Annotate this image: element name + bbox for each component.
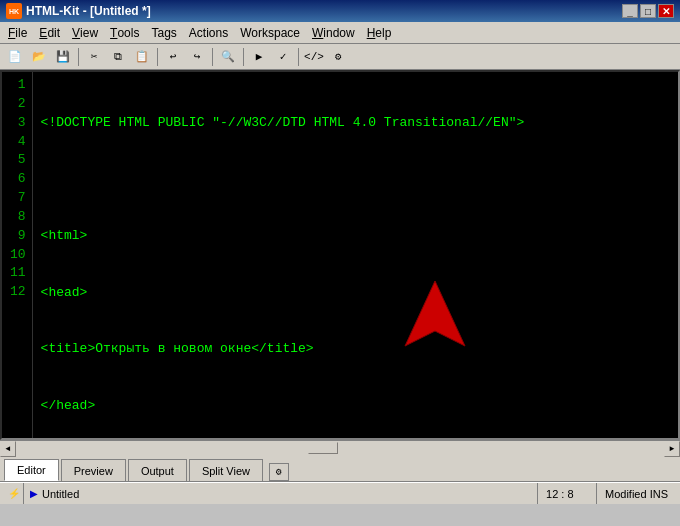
line-numbers: 1 2 3 4 5 6 7 8 9 10 11 12	[2, 72, 33, 438]
file-status-icon: ▶	[30, 488, 38, 499]
code-line-4: <head>	[41, 284, 670, 303]
toolbar-separator-5	[298, 48, 299, 66]
toolbar-btn-preview[interactable]: ▶	[248, 46, 270, 68]
code-line-6: </head>	[41, 397, 670, 416]
code-editor[interactable]: <!DOCTYPE HTML PUBLIC "-//W3C//DTD HTML …	[33, 72, 678, 438]
line-num-5: 5	[10, 151, 26, 170]
scroll-left-button[interactable]: ◄	[0, 441, 16, 457]
line-num-12: 12	[10, 283, 26, 302]
code-line-2	[41, 170, 670, 189]
horizontal-scrollbar[interactable]: ◄ ►	[0, 440, 680, 456]
title-bar-controls: _ □ ✕	[622, 4, 674, 18]
code-line-1: <!DOCTYPE HTML PUBLIC "-//W3C//DTD HTML …	[41, 114, 670, 133]
window-title: HTML-Kit - [Untitled *]	[26, 4, 151, 18]
title-bar: HK HTML-Kit - [Untitled *] _ □ ✕	[0, 0, 680, 22]
scroll-right-button[interactable]: ►	[664, 441, 680, 457]
code-line-3: <html>	[41, 227, 670, 246]
line-num-6: 6	[10, 170, 26, 189]
menu-file[interactable]: File	[2, 22, 33, 43]
toolbar-separator-2	[157, 48, 158, 66]
toolbar: 📄 📂 💾 ✂ ⧉ 📋 ↩ ↪ 🔍 ▶ ✓ </> ⚙	[0, 44, 680, 70]
scroll-thumb[interactable]	[308, 442, 338, 454]
tab-output[interactable]: Output	[128, 459, 187, 481]
status-bar: ⚡ ▶ Untitled 12 : 8 Modified INS	[0, 482, 680, 504]
toolbar-btn-redo[interactable]: ↪	[186, 46, 208, 68]
menu-actions[interactable]: Actions	[183, 22, 234, 43]
status-file-section: ▶ Untitled	[24, 488, 537, 500]
app-icon: HK	[6, 3, 22, 19]
menu-workspace[interactable]: Workspace	[234, 22, 306, 43]
toolbar-btn-save[interactable]: 💾	[52, 46, 74, 68]
status-mode: Modified INS	[597, 483, 676, 504]
toolbar-btn-validate[interactable]: ✓	[272, 46, 294, 68]
line-num-2: 2	[10, 95, 26, 114]
minimize-button[interactable]: _	[622, 4, 638, 18]
line-num-7: 7	[10, 189, 26, 208]
title-bar-left: HK HTML-Kit - [Untitled *]	[6, 3, 151, 19]
svg-marker-0	[405, 281, 465, 346]
toolbar-separator-3	[212, 48, 213, 66]
menu-tags[interactable]: Tags	[145, 22, 182, 43]
tab-extra-button[interactable]: ⚙	[269, 463, 289, 481]
toolbar-separator-1	[78, 48, 79, 66]
toolbar-btn-find[interactable]: 🔍	[217, 46, 239, 68]
toolbar-btn-format[interactable]: </>	[303, 46, 325, 68]
line-num-8: 8	[10, 208, 26, 227]
toolbar-btn-paste[interactable]: 📋	[131, 46, 153, 68]
status-position: 12 : 8	[537, 483, 597, 504]
line-num-1: 1	[10, 76, 26, 95]
menu-window[interactable]: Window	[306, 22, 361, 43]
line-num-9: 9	[10, 227, 26, 246]
line-num-11: 11	[10, 264, 26, 283]
editor-wrapper: 1 2 3 4 5 6 7 8 9 10 11 12 <!DOCTYPE HTM…	[0, 70, 680, 440]
tab-preview[interactable]: Preview	[61, 459, 126, 481]
status-left-icon: ⚡	[4, 483, 24, 504]
toolbar-btn-open[interactable]: 📂	[28, 46, 50, 68]
line-num-3: 3	[10, 114, 26, 133]
maximize-button[interactable]: □	[640, 4, 656, 18]
line-num-4: 4	[10, 133, 26, 152]
tab-bar: Editor Preview Output Split View ⚙	[0, 456, 680, 482]
menu-help[interactable]: Help	[361, 22, 398, 43]
menu-bar: File Edit View Tools Tags Actions Worksp…	[0, 22, 680, 44]
toolbar-separator-4	[243, 48, 244, 66]
toolbar-btn-settings[interactable]: ⚙	[327, 46, 349, 68]
menu-edit[interactable]: Edit	[33, 22, 66, 43]
toolbar-btn-cut[interactable]: ✂	[83, 46, 105, 68]
tab-editor[interactable]: Editor	[4, 459, 59, 481]
editor-content[interactable]: 1 2 3 4 5 6 7 8 9 10 11 12 <!DOCTYPE HTM…	[2, 72, 678, 438]
menu-view[interactable]: View	[66, 22, 104, 43]
close-button[interactable]: ✕	[658, 4, 674, 18]
line-num-10: 10	[10, 246, 26, 265]
status-filename: Untitled	[42, 488, 79, 500]
scroll-track[interactable]	[16, 441, 664, 456]
toolbar-btn-new[interactable]: 📄	[4, 46, 26, 68]
toolbar-btn-copy[interactable]: ⧉	[107, 46, 129, 68]
toolbar-btn-undo[interactable]: ↩	[162, 46, 184, 68]
menu-tools[interactable]: Tools	[104, 22, 145, 43]
tab-split-view[interactable]: Split View	[189, 459, 263, 481]
